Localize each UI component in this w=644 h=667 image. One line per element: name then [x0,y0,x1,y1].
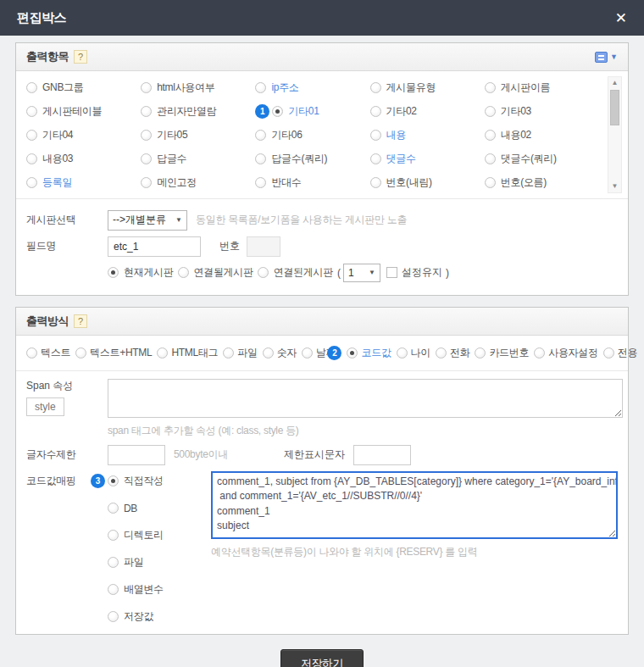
save-button[interactable]: 저장하기 [280,649,364,667]
radio-label: 등록일 [42,175,72,190]
format-option[interactable]: 코드값 [347,345,391,361]
output-item-option[interactable]: 내용02 [485,127,599,143]
char-limit-hint: 500byte이내 [174,447,228,462]
char-limit-input[interactable] [108,445,165,465]
keep-settings-label: 설정유지 [402,265,442,280]
scrollbar[interactable]: ▲ ▼ [608,76,622,193]
help-icon[interactable]: ? [74,50,87,64]
board-scope-option[interactable]: 현재게시판 [108,264,174,281]
output-item-option[interactable]: 기타05 [141,127,255,143]
board-select[interactable]: -->개별분류 ▼ [108,210,187,231]
format-option[interactable]: 사용자설정 [534,345,598,361]
style-button[interactable]: style [26,397,64,416]
radio-icon [603,347,614,359]
radio-label: 게시판이름 [501,81,551,95]
board-select-hint: 동일한 목록폼/보기폼을 사용하는 게시판만 노출 [196,213,407,227]
radio-icon [75,347,86,359]
scrollbar-thumb[interactable] [610,90,619,125]
output-item-option[interactable]: 답글수(쿼리) [255,151,369,167]
output-item-option[interactable]: 게시판이름 [485,80,599,96]
output-item-option[interactable]: 관리자만열람 [141,103,255,120]
chevron-down-icon: ▼ [175,216,182,224]
field-name-input[interactable] [108,236,201,257]
format-option[interactable]: 전화 [436,345,469,361]
output-item-option[interactable]: 메인고정 [141,175,255,191]
output-item-option[interactable]: 1기타01 [255,103,369,120]
scroll-down-icon[interactable]: ▼ [608,181,621,192]
format-option[interactable]: 나이 [397,345,430,361]
radio-label: 게시판테이블 [42,104,102,119]
output-item-option[interactable]: 내용03 [26,151,141,167]
board-scope-option[interactable]: 연결될게시판 [178,264,253,281]
linked-board-select[interactable]: 1 ▼ [343,264,380,282]
field-name-row: 필드명 번호 [26,233,618,259]
radio-icon [108,475,119,486]
radio-label: 번호(오름) [501,175,547,190]
code-mapping-option[interactable]: 파일 [108,554,211,570]
code-mapping-option[interactable]: 저장값 [108,609,211,625]
radio-icon [272,106,283,117]
output-item-option[interactable]: 기타03 [485,103,599,120]
output-item-option[interactable]: html사용여부 [141,80,255,96]
output-item-option[interactable]: 게시물유형 [370,80,485,96]
output-item-option[interactable]: 게시판테이블 [26,103,141,120]
output-item-option[interactable]: 답글수 [141,151,255,167]
section-output-items: 출력항목 ? ▼ GNB그룹html사용여부ip주소게시물유형게시판이름게시판테… [15,42,629,296]
format-option[interactable]: 텍스트 [26,345,70,361]
code-mapping-textarea[interactable]: comment_1, subject from {AY_DB_TABLES[ca… [211,471,618,539]
output-item-option[interactable]: 번호(오름) [485,175,599,191]
output-item-option[interactable]: ip주소 [255,80,369,96]
radio-icon [255,82,266,93]
output-item-option[interactable]: 내용 [370,127,485,143]
code-mapping-option[interactable]: DB [108,500,211,516]
section-output-format: 출력방식 ? 텍스트텍스트+HTMLHTML태그파일숫자날짜2코드값나이전화카드… [15,307,629,635]
radio-label: 파일 [124,555,143,570]
format-option[interactable]: 전용 [603,345,637,361]
output-format-form: Span 속성 style span 태그에 추가할 속성 (예: class,… [16,371,628,634]
radio-icon [302,347,313,359]
limit-char-input[interactable] [353,445,411,465]
format-option[interactable]: HTML태그 [157,345,218,361]
code-mapping-option[interactable]: 배열변수 [108,581,211,598]
output-item-option[interactable]: 번호(내림) [370,175,485,191]
code-mapping-option[interactable]: 3직접작성 [91,473,211,489]
keep-settings-checkbox[interactable] [386,267,397,278]
code-mapping-option[interactable]: 디렉토리 [108,527,211,543]
help-icon[interactable]: ? [74,314,87,328]
radio-label: HTML태그 [171,346,218,360]
format-option[interactable]: 숫자 [263,345,297,361]
radio-label: 직접작성 [124,474,164,488]
format-option[interactable]: 날짜2 [302,345,341,361]
output-item-option[interactable]: 기타02 [370,103,485,120]
radio-icon [26,177,37,188]
span-attr-textarea[interactable] [108,379,623,418]
span-attr-label-col: Span 속성 style [26,379,108,416]
scroll-up-icon[interactable]: ▲ [608,77,621,89]
output-item-option[interactable]: 반대수 [255,175,369,191]
format-option[interactable]: 파일 [223,345,257,361]
format-option[interactable]: 텍스트+HTML [75,345,152,361]
output-item-option[interactable]: 댓글수 [370,151,485,167]
format-option[interactable]: 카드번호 [475,345,529,361]
field-name-label: 필드명 [26,239,108,253]
radio-icon [370,153,381,164]
output-item-option[interactable]: 등록일 [26,175,141,191]
radio-label: 번호(내림) [386,175,432,190]
list-view-dropdown-button[interactable]: ▼ [595,52,618,63]
radio-label: 기타05 [157,128,187,142]
board-scope-radios: 현재게시판연결될게시판연결된게시판 [108,264,333,281]
radio-label: 답글수(쿼리) [271,152,327,166]
limit-char-label: 제한표시문자 [284,447,345,462]
radio-icon [475,347,486,359]
radio-icon [108,584,119,595]
output-item-option[interactable]: 기타04 [26,127,141,143]
close-icon[interactable]: ✕ [615,11,627,25]
output-item-option[interactable]: 댓글수(쿼리) [485,151,599,167]
format-options-row: 텍스트텍스트+HTMLHTML태그파일숫자날짜2코드값나이전화카드번호사용자설정… [16,336,628,371]
board-scope-option[interactable]: 연결된게시판 [258,264,333,281]
number-input[interactable] [247,236,280,257]
radio-label: 기타02 [386,104,417,119]
output-item-option[interactable]: 기타06 [255,127,369,143]
output-item-option[interactable]: GNB그룹 [26,80,141,96]
radio-label: 현재게시판 [124,265,174,280]
